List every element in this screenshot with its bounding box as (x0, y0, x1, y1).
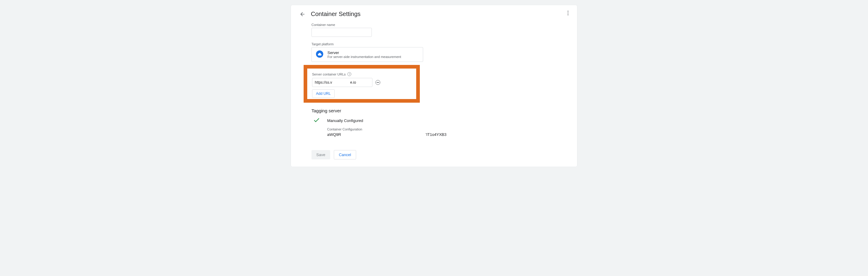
save-button[interactable]: Save (311, 150, 330, 159)
target-platform-field: Target platform Server For server-side i… (311, 42, 568, 62)
add-url-button[interactable]: Add URL (312, 89, 335, 98)
server-urls-highlight: Server container URLs ? Add URL (304, 65, 420, 103)
svg-point-1 (568, 13, 568, 13)
cloud-icon (316, 51, 323, 58)
container-settings-panel: Container Settings Container name Target… (291, 5, 577, 167)
platform-card-server[interactable]: Server For server-side instrumentation a… (311, 47, 423, 62)
check-icon (314, 118, 319, 124)
container-configuration-block: Container Configuration aWQ9R 'IT1o4YXB3 (327, 127, 568, 137)
container-config-label: Container Configuration (327, 127, 568, 131)
container-name-input[interactable] (311, 28, 372, 37)
container-name-field: Container name (311, 23, 568, 37)
page-title: Container Settings (311, 10, 361, 18)
target-platform-label: Target platform (311, 42, 568, 46)
tagging-server-title: Tagging server (311, 108, 568, 113)
tagging-server-status-row: Manually Configured (314, 118, 568, 124)
container-name-label: Container name (311, 23, 568, 27)
platform-description: For server-side instrumentation and meas… (328, 55, 401, 59)
tagging-server-status: Manually Configured (327, 118, 363, 123)
remove-url-button[interactable] (375, 80, 380, 85)
cancel-button[interactable]: Cancel (334, 150, 356, 159)
back-arrow-icon[interactable] (300, 11, 305, 17)
config-token-2: 'IT1o4YXB3 (426, 132, 446, 137)
svg-point-2 (568, 14, 568, 16)
panel-header: Container Settings (300, 10, 568, 18)
action-buttons: Save Cancel (311, 150, 568, 159)
help-icon[interactable]: ? (347, 72, 351, 76)
svg-point-0 (568, 11, 568, 12)
more-vert-icon (567, 10, 568, 16)
platform-name: Server (328, 51, 401, 55)
server-url-input[interactable] (312, 78, 372, 87)
more-options-button[interactable] (564, 9, 571, 17)
server-urls-label: Server container URLs (312, 72, 346, 76)
config-token-1: aWQ9R (327, 132, 341, 137)
